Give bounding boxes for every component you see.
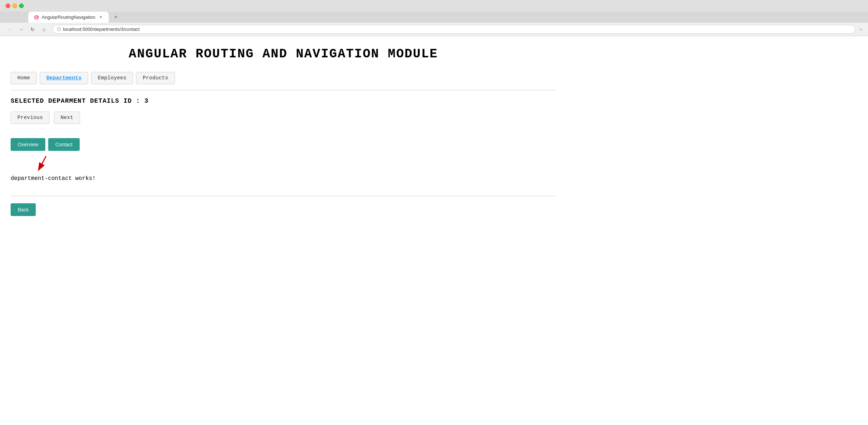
new-tab-button[interactable]: +	[112, 13, 120, 22]
sub-nav-area: Overview Contact department-contact work…	[11, 138, 556, 182]
tab-bar: AngularRoutingNavigation ✕ +	[0, 12, 868, 23]
next-button[interactable]: Next	[54, 112, 80, 124]
browser-tab[interactable]: AngularRoutingNavigation ✕	[28, 12, 109, 23]
overview-button[interactable]: Overview	[11, 138, 45, 151]
close-button[interactable]	[6, 4, 10, 8]
nav-home[interactable]: Home	[11, 72, 37, 84]
nav-departments[interactable]: Departments	[40, 72, 88, 84]
lock-icon: ⓘ	[57, 27, 61, 32]
home-browser-button[interactable]: ⌂	[40, 25, 48, 34]
bookmark-icon[interactable]: ☆	[860, 26, 862, 32]
traffic-lights	[6, 4, 24, 8]
tab-close-button[interactable]: ✕	[98, 15, 103, 20]
nav-divider	[11, 90, 556, 90]
contact-works-text: department-contact works!	[11, 175, 556, 182]
page-content: ANGULAR ROUTING AND NAVIGATION MODULE Ho…	[0, 36, 567, 223]
tab-title: AngularRoutingNavigation	[42, 15, 95, 20]
angular-icon	[34, 15, 39, 20]
back-browser-button[interactable]: ←	[6, 25, 14, 34]
url-text: localhost:5000/departments/3/contact	[63, 27, 851, 32]
contact-button[interactable]: Contact	[48, 138, 79, 151]
section-title: SELECTED DEPARMENT DETAILS ID : 3	[11, 97, 556, 104]
reload-button[interactable]: ↻	[28, 25, 37, 34]
pagination-row: Previous Next	[11, 112, 556, 124]
browser-nav-buttons: ← → ↻ ⌂	[6, 25, 48, 34]
previous-button[interactable]: Previous	[11, 112, 50, 124]
address-bar: ← → ↻ ⌂ ⓘ localhost:5000/departments/3/c…	[0, 23, 868, 36]
minimize-button[interactable]	[12, 4, 17, 8]
url-bar[interactable]: ⓘ localhost:5000/departments/3/contact	[52, 25, 855, 34]
nav-menu: Home Departments Employees Products	[11, 72, 556, 84]
svg-line-1	[39, 156, 46, 169]
sub-nav: Overview Contact	[11, 138, 556, 151]
forward-browser-button[interactable]: →	[17, 25, 25, 34]
maximize-button[interactable]	[19, 4, 24, 8]
red-arrow-icon	[35, 154, 57, 172]
nav-employees[interactable]: Employees	[91, 72, 133, 84]
bottom-divider	[11, 196, 556, 196]
back-button[interactable]: Back	[11, 203, 36, 216]
nav-products[interactable]: Products	[136, 72, 175, 84]
page-title: ANGULAR ROUTING AND NAVIGATION MODULE	[11, 47, 556, 61]
